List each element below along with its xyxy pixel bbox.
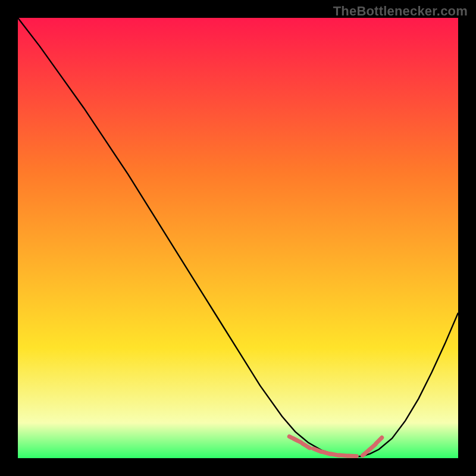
- highlight-dashes-left: [289, 437, 356, 456]
- chart-root: TheBottlenecker.com: [0, 0, 476, 476]
- svg-line-10: [369, 444, 375, 450]
- bottleneck-curve: [18, 18, 458, 457]
- curve-overlay: [18, 18, 458, 458]
- watermark-text: TheBottlenecker.com: [333, 4, 468, 19]
- svg-line-8: [348, 456, 356, 456]
- svg-line-3: [303, 444, 310, 448]
- plot-area: [18, 18, 458, 458]
- svg-line-11: [376, 437, 382, 443]
- svg-line-2: [294, 439, 302, 442]
- svg-line-4: [314, 449, 321, 452]
